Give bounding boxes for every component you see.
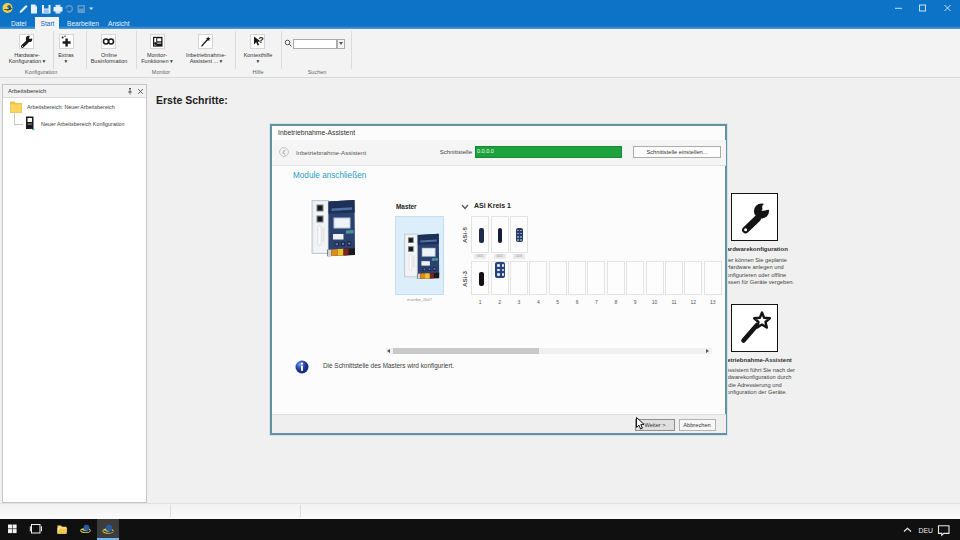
svg-text:?: ? xyxy=(258,35,264,45)
svg-text:DEU: DEU xyxy=(919,527,933,534)
